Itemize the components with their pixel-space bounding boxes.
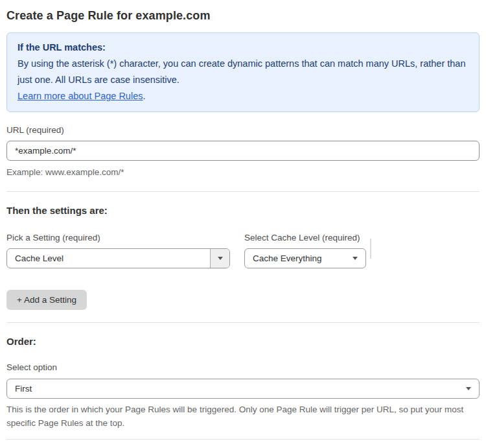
- settings-pickers-row: Pick a Setting (required) Cache Level Se…: [6, 233, 480, 268]
- add-setting-button[interactable]: + Add a Setting: [6, 290, 87, 310]
- cache-level-select-value: Cache Everything: [245, 253, 353, 263]
- footer-divider: [6, 439, 480, 440]
- url-input[interactable]: [6, 141, 480, 161]
- setting-picker-column: Pick a Setting (required) Cache Level: [6, 233, 230, 268]
- learn-more-link[interactable]: Learn more about Page Rules: [17, 91, 143, 101]
- order-select-value: First: [7, 384, 466, 394]
- setting-select-arrow-button[interactable]: [210, 249, 229, 268]
- chevron-down-icon: [218, 257, 223, 260]
- cache-level-select[interactable]: Cache Everything: [244, 248, 366, 268]
- link-suffix: .: [143, 91, 145, 101]
- setting-picker-label: Pick a Setting (required): [6, 233, 230, 242]
- order-helper-text: This is the order in which your Page Rul…: [6, 403, 480, 430]
- cache-level-select-arrow: [353, 257, 365, 260]
- section-divider: [6, 191, 480, 192]
- page-rule-form: Create a Page Rule for example.com If th…: [0, 0, 486, 448]
- chevron-down-icon: [466, 387, 471, 390]
- order-select-label: Select option: [6, 362, 480, 372]
- callout-heading: If the URL matches:: [17, 40, 469, 56]
- url-match-callout: If the URL matches: By using the asteris…: [6, 32, 480, 112]
- section-divider: [6, 322, 480, 323]
- setting-select[interactable]: Cache Level: [6, 248, 230, 268]
- cache-level-picker-column: Select Cache Level (required) Cache Ever…: [244, 233, 366, 268]
- callout-body: By using the asterisk (*) character, you…: [17, 56, 469, 88]
- order-select-arrow: [466, 387, 479, 390]
- setting-select-value: Cache Level: [7, 253, 210, 263]
- settings-heading: Then the settings are:: [6, 205, 480, 216]
- callout-link-line: Learn more about Page Rules.: [17, 88, 469, 104]
- order-heading: Order:: [6, 336, 480, 347]
- cache-level-picker-label: Select Cache Level (required): [244, 233, 366, 242]
- page-title: Create a Page Rule for example.com: [6, 9, 480, 23]
- picker-vertical-divider: [370, 239, 371, 259]
- url-helper-text: Example: www.example.com/*: [6, 165, 480, 179]
- url-field-label: URL (required): [6, 125, 480, 135]
- chevron-down-icon: [353, 257, 358, 260]
- order-select[interactable]: First: [6, 379, 480, 399]
